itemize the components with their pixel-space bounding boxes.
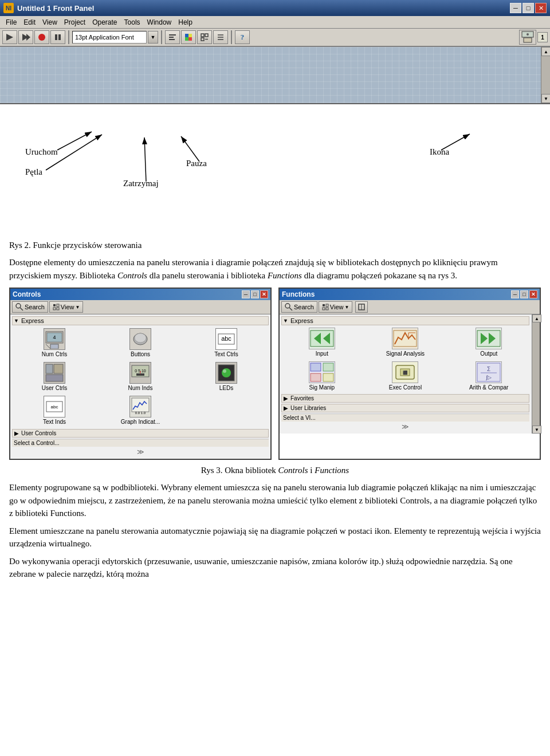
controls-view-button[interactable]: View ▼ [49, 301, 84, 313]
functions-select-vi[interactable]: Select a VI... [281, 414, 529, 422]
scroll-down-button[interactable]: ▼ [541, 94, 550, 103]
app-icon: NI [3, 3, 14, 13]
scroll-down-btn[interactable]: ▼ [532, 426, 541, 434]
expand-arrow-icon: ▼ [283, 318, 288, 324]
functions-scrollbar[interactable]: ▲ ▼ [532, 314, 540, 434]
lib-item-leds[interactable]: LEDs [184, 360, 269, 393]
svg-rect-9 [185, 34, 188, 37]
controls-titlebar-buttons: ─ □ ✕ [242, 290, 268, 298]
lib-item-buttons[interactable]: Buttons [98, 326, 183, 359]
svg-rect-4 [55, 34, 57, 40]
search-icon [15, 303, 23, 311]
svg-rect-81 [323, 363, 333, 371]
menu-help[interactable]: Help [175, 18, 196, 27]
svg-rect-8 [169, 39, 175, 40]
expand-arrow-icon: ▼ [14, 318, 19, 324]
library-windows-row: Controls ─ □ ✕ Search [9, 288, 541, 460]
help-button[interactable]: ? [235, 30, 250, 44]
functions-view-button[interactable]: View ▼ [319, 301, 353, 313]
caption-rys2: Rys 2. Funkcje przycisków sterowania [9, 241, 541, 250]
font-dropdown[interactable]: 13pt Application Font [72, 31, 147, 44]
controls-maximize-btn[interactable]: □ [251, 290, 259, 298]
svg-rect-36 [53, 304, 56, 306]
functions-nav-btn[interactable] [355, 301, 368, 313]
functions-close-btn[interactable]: ✕ [529, 290, 537, 298]
menu-file[interactable]: File [2, 18, 20, 27]
controls-search-button[interactable]: Search [12, 301, 48, 313]
func-item-input[interactable]: Input [281, 326, 363, 358]
functions-window: Functions ─ □ ✕ Search [278, 288, 541, 460]
controls-express-section[interactable]: ▼ Express [12, 316, 269, 325]
sig-manip-icon [309, 361, 335, 383]
layout-button[interactable] [197, 30, 212, 44]
functions-user-libraries-row[interactable]: ▶ User Libraries [281, 404, 529, 412]
lib-item-text-inds[interactable]: abc Text Inds [12, 394, 97, 427]
font-name-label: 13pt Application Font [75, 34, 134, 41]
vertical-scrollbar[interactable]: ▲ ▼ [541, 47, 550, 103]
pause-button[interactable] [50, 30, 65, 44]
svg-rect-67 [323, 308, 325, 310]
menu-edit[interactable]: Edit [20, 18, 39, 27]
func-item-arith-compar[interactable]: ∑ ∫▷ Arith & Compar [448, 360, 529, 392]
functions-toolbar: Search View ▼ [280, 300, 540, 314]
buttons-icon [129, 328, 151, 350]
controls-double-chevron[interactable]: ≫ [12, 448, 269, 456]
run-button[interactable] [2, 30, 17, 44]
minimize-button[interactable]: ─ [510, 3, 521, 13]
functions-window-title: Functions [282, 290, 315, 298]
lib-item-graph-indicat[interactable]: 0.0 1.0 Graph Indicat... [98, 394, 183, 427]
svg-text:⬛: ⬛ [403, 370, 408, 375]
menu-view[interactable]: View [39, 18, 61, 27]
close-button[interactable]: ✕ [535, 3, 547, 13]
color-button[interactable] [181, 30, 196, 44]
text-align-button[interactable] [165, 30, 180, 44]
controls-select-control[interactable]: Select a Control... [12, 439, 269, 447]
func-item-exec-control[interactable]: ⬛ Exec Control [365, 360, 446, 392]
title-bar: NI Untitled 1 Front Panel ─ □ ✕ [0, 0, 550, 16]
controls-close-btn[interactable]: ✕ [260, 290, 268, 298]
menu-operate[interactable]: Operate [89, 18, 120, 27]
functions-express-section[interactable]: ▼ Express [281, 316, 529, 325]
controls-user-controls-row[interactable]: ▶ User Controls [12, 429, 269, 438]
svg-line-26 [46, 135, 102, 170]
paragraph-tools: Do wykonywania operacji edytorskich (prz… [9, 555, 541, 581]
text-inds-icon: abc [44, 396, 65, 418]
lib-item-text-ctrls[interactable]: abc Text Ctrls [184, 326, 269, 359]
expand-icon: ▶ [284, 405, 288, 411]
run-continuously-button[interactable] [18, 30, 33, 44]
functions-search-button[interactable]: Search [281, 301, 317, 313]
menu-project[interactable]: Project [61, 18, 89, 27]
lib-item-user-ctrls[interactable]: User Ctrls [12, 360, 97, 393]
distribute-button[interactable] [213, 30, 228, 44]
paragraph-icons: Element umieszczane na panelu sterowania… [9, 525, 541, 550]
menu-tools[interactable]: Tools [121, 18, 144, 27]
svg-rect-68 [326, 308, 328, 310]
functions-maximize-btn[interactable]: □ [520, 290, 528, 298]
caption-rys3: Rys 3. Okna bibliotek Controls i Functio… [9, 466, 541, 475]
stop-button[interactable] [34, 30, 49, 44]
svg-rect-37 [57, 304, 59, 306]
front-panel-canvas[interactable]: ▲ ▼ [0, 47, 550, 104]
svg-point-46 [135, 333, 146, 342]
scroll-up-button[interactable]: ▲ [541, 47, 550, 56]
func-item-signal-analysis[interactable]: Signal Analysis [365, 326, 446, 358]
lib-item-num-inds[interactable]: 0 5 10 Num Inds [98, 360, 183, 393]
maximize-button[interactable]: □ [522, 3, 534, 13]
scroll-up-btn[interactable]: ▲ [532, 314, 541, 322]
lib-item-num-ctrls[interactable]: 4 Num Ctrls [12, 326, 97, 359]
svg-rect-7 [169, 37, 174, 38]
functions-favorites-row[interactable]: ▶ Favorites [281, 394, 529, 403]
svg-rect-14 [205, 34, 208, 37]
controls-minimize-btn[interactable]: ─ [242, 290, 250, 298]
functions-minimize-btn[interactable]: ─ [511, 290, 519, 298]
svg-text:Pauza: Pauza [186, 159, 207, 168]
func-item-output[interactable]: Output [448, 326, 529, 358]
menu-window[interactable]: Window [144, 18, 175, 27]
font-dropdown-arrow[interactable]: ▼ [148, 31, 158, 44]
document-content: Uruchom Pętla Zatrzymaj Pauza Ikona Rys … [0, 104, 550, 592]
controls-body: ▼ Express 4 [10, 314, 270, 459]
svg-line-35 [20, 308, 23, 310]
svg-rect-61 [132, 398, 149, 412]
functions-double-chevron[interactable]: ≫ [281, 423, 529, 431]
func-item-sig-manip[interactable]: Sig Manip [281, 360, 363, 392]
